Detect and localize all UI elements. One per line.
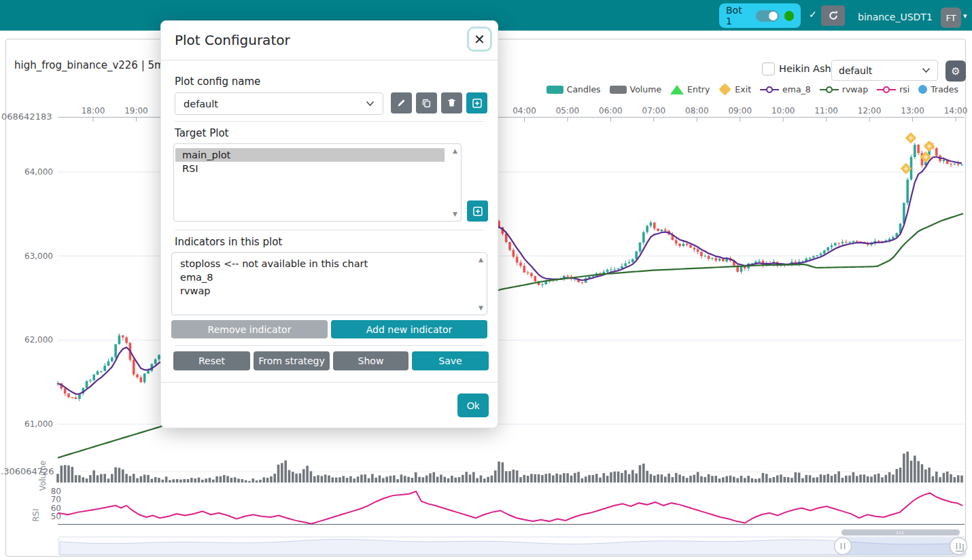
legend-item-rsi[interactable]: rsi (877, 84, 909, 94)
divider (175, 121, 484, 122)
legend-label: Volume (630, 84, 662, 94)
indicator-option[interactable]: stoploss <-- not available in this chart (173, 257, 470, 270)
refresh-button[interactable] (821, 5, 845, 26)
delete-config-button[interactable] (441, 92, 462, 113)
caret-down-icon[interactable]: ▾ (963, 12, 967, 20)
close-icon: ✕ (474, 32, 485, 47)
pencil-icon (396, 98, 406, 108)
legend-item-Entry[interactable]: Entry (670, 84, 710, 94)
bot-name-label: Bot 1 (726, 5, 750, 27)
from-strategy-button[interactable]: From strategy (254, 351, 330, 370)
chart-legend: CandlesVolumeEntryExitema_8rvwaprsiTrade… (546, 84, 958, 94)
indicators-label: Indicators in this plot (175, 236, 282, 248)
scroll-down-icon[interactable]: ▼ (453, 211, 457, 217)
modal-title: Plot Configurator (175, 32, 290, 48)
target-plot-option[interactable]: main_plot (175, 148, 445, 162)
chevron-down-icon (922, 67, 931, 73)
check-icon[interactable]: ✓ (809, 9, 817, 20)
toggle-knob (769, 12, 778, 20)
copy-icon (421, 98, 432, 108)
legend-item-ema_8[interactable]: ema_8 (760, 84, 811, 94)
add-config-button[interactable] (466, 92, 487, 113)
add-target-plot-button[interactable] (467, 200, 488, 222)
legend-label: Candles (567, 84, 601, 94)
show-button[interactable]: Show (333, 351, 409, 370)
legend-item-Exit[interactable]: Exit (718, 84, 751, 94)
scroll-up-icon[interactable]: ▲ (479, 256, 483, 263)
indicator-option[interactable]: ema_8 (173, 270, 470, 284)
legend-item-Candles[interactable]: Candles (546, 84, 601, 94)
legend-label: ema_8 (782, 84, 811, 94)
legend-item-Volume[interactable]: Volume (610, 84, 662, 94)
config-name-value: default (184, 99, 218, 109)
volume-symbol-icon (610, 86, 627, 94)
plot-configurator-gear-button[interactable]: ⚙ (945, 60, 966, 82)
plus-square-icon (472, 206, 483, 217)
indicator-rows: stoploss <-- not available in this chart… (173, 257, 470, 298)
ema_8-symbol-icon (760, 89, 779, 90)
edit-config-button[interactable] (391, 92, 412, 113)
legend-item-rvwap[interactable]: rvwap (820, 84, 868, 94)
plot-configurator-modal: Plot Configurator ✕ Plot config name def… (160, 20, 498, 428)
target-plot-listbox[interactable]: main_plotRSI ▲ ▼ (173, 143, 462, 222)
target-plot-label: Target Plot (175, 127, 228, 139)
trades-symbol-icon (918, 85, 927, 94)
refresh-icon (828, 10, 839, 21)
legend-label: Entry (687, 84, 710, 94)
target-plot-rows: main_plotRSI (175, 148, 445, 175)
legend-label: rvwap (842, 84, 868, 94)
indicator-option[interactable]: rvwap (173, 284, 470, 298)
gear-icon: ⚙ (951, 65, 960, 77)
plus-square-icon (472, 98, 483, 109)
footer-divider (161, 382, 498, 383)
chart-title: high_frog_binance_v226 | 5m (14, 59, 164, 71)
legend-label: rsi (899, 84, 909, 94)
bot-toggle[interactable] (756, 10, 779, 22)
ok-button[interactable]: Ok (457, 393, 489, 417)
target-plot-option[interactable]: RSI (175, 162, 445, 175)
plot-config-select-value: default (839, 65, 872, 76)
trash-icon (447, 98, 457, 108)
copy-config-button[interactable] (416, 92, 437, 113)
save-button[interactable]: Save (412, 351, 489, 370)
legend-label: Trades (931, 84, 958, 94)
divider (175, 230, 484, 230)
scroll-up-icon[interactable]: ▲ (453, 147, 457, 154)
plot-config-select[interactable]: default (831, 60, 938, 81)
plot-config-name-label: Plot config name (175, 75, 260, 88)
rsi-symbol-icon (877, 89, 896, 90)
bot-online-dot (784, 11, 794, 21)
divider (175, 345, 484, 346)
avatar[interactable]: FT (941, 7, 961, 28)
remove-indicator-button[interactable]: Remove indicator (171, 320, 328, 338)
heikin-ashi-checkbox[interactable] (762, 63, 775, 75)
scroll-down-icon[interactable]: ▼ (479, 304, 483, 311)
legend-label: Exit (735, 84, 751, 94)
add-new-indicator-button[interactable]: Add new indicator (331, 320, 487, 338)
bot-selector[interactable]: Bot 1 (719, 3, 801, 28)
indicators-listbox[interactable]: stoploss <-- not available in this chart… (171, 252, 487, 315)
pair-label: binance_USDT1 (858, 12, 933, 22)
chevron-down-icon (366, 101, 375, 107)
heikin-ashi-label: Heikin Ashi (779, 63, 834, 74)
legend-item-Trades[interactable]: Trades (918, 84, 958, 94)
config-name-select[interactable]: default (175, 92, 383, 115)
entry-symbol-icon (670, 85, 684, 94)
reset-button[interactable]: Reset (173, 351, 250, 370)
exit-symbol-icon (719, 83, 731, 95)
close-button[interactable]: ✕ (467, 27, 492, 52)
candles-symbol-icon (546, 86, 563, 94)
rvwap-symbol-icon (820, 89, 839, 90)
